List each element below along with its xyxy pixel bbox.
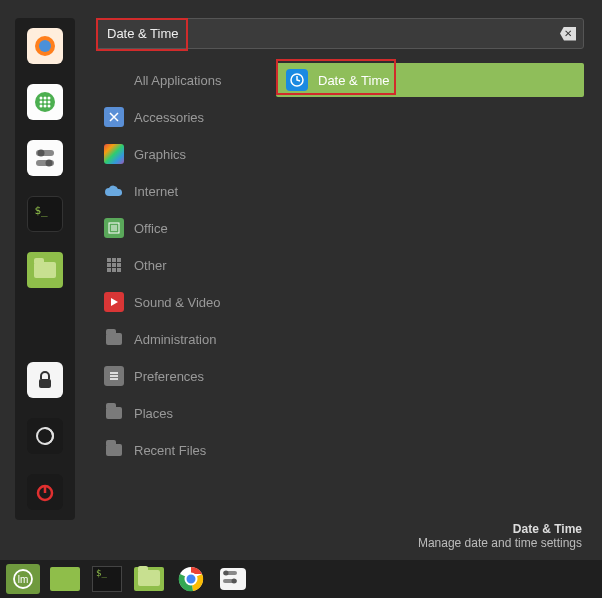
result-label: Date & Time bbox=[318, 73, 390, 88]
taskbar-chrome[interactable] bbox=[174, 564, 208, 594]
search-input[interactable] bbox=[96, 18, 584, 49]
svg-rect-26 bbox=[117, 258, 121, 262]
chrome-icon bbox=[178, 566, 204, 592]
cat-places[interactable]: Places bbox=[96, 396, 266, 430]
taskbar-files[interactable] bbox=[132, 564, 166, 594]
svg-point-1 bbox=[39, 40, 51, 52]
cat-internet[interactable]: Internet bbox=[96, 174, 266, 208]
svg-point-8 bbox=[48, 101, 51, 104]
cloud-icon bbox=[104, 181, 124, 201]
svg-point-4 bbox=[44, 97, 47, 100]
svg-point-7 bbox=[44, 101, 47, 104]
svg-marker-33 bbox=[111, 298, 118, 306]
logout-icon bbox=[35, 426, 55, 446]
svg-point-3 bbox=[40, 97, 43, 100]
svg-rect-28 bbox=[112, 263, 116, 267]
svg-point-6 bbox=[40, 101, 43, 104]
fav-terminal[interactable]: $_ bbox=[27, 196, 63, 232]
desc-title: Date & Time bbox=[96, 522, 582, 536]
fav-firefox[interactable] bbox=[27, 28, 63, 64]
taskbar-show-desktop[interactable] bbox=[48, 564, 82, 594]
search-container: ✕ bbox=[96, 18, 584, 49]
grid-icon bbox=[104, 255, 124, 275]
cat-label: Preferences bbox=[134, 369, 204, 384]
svg-point-5 bbox=[48, 97, 51, 100]
svg-point-9 bbox=[40, 105, 43, 108]
svg-point-10 bbox=[44, 105, 47, 108]
folder-icon bbox=[134, 567, 164, 591]
svg-rect-27 bbox=[107, 263, 111, 267]
svg-point-46 bbox=[232, 579, 237, 584]
fav-lock-screen[interactable] bbox=[27, 362, 63, 398]
svg-point-15 bbox=[46, 160, 53, 167]
svg-point-13 bbox=[38, 150, 45, 157]
cat-label: All Applications bbox=[134, 73, 221, 88]
preferences-icon bbox=[104, 366, 124, 386]
cat-accessories[interactable]: Accessories bbox=[96, 100, 266, 134]
cat-all-applications[interactable]: All Applications bbox=[96, 63, 266, 97]
fav-apps[interactable] bbox=[27, 84, 63, 120]
cat-label: Sound & Video bbox=[134, 295, 221, 310]
category-list: All Applications Accessories Graphics bbox=[96, 63, 266, 516]
terminal-icon: $_ bbox=[92, 566, 122, 592]
results-list: Date & Time bbox=[276, 63, 584, 516]
cat-label: Other bbox=[134, 258, 167, 273]
app-description: Date & Time Manage date and time setting… bbox=[96, 516, 584, 550]
svg-rect-24 bbox=[107, 258, 111, 262]
result-date-time[interactable]: Date & Time bbox=[276, 63, 584, 97]
svg-rect-29 bbox=[117, 263, 121, 267]
backspace-icon: ✕ bbox=[564, 28, 572, 39]
cat-preferences[interactable]: Preferences bbox=[96, 359, 266, 393]
play-icon bbox=[104, 292, 124, 312]
taskbar-terminal[interactable]: $_ bbox=[90, 564, 124, 594]
cat-label: Recent Files bbox=[134, 443, 206, 458]
cat-sound-video[interactable]: Sound & Video bbox=[96, 285, 266, 319]
cat-other[interactable]: Other bbox=[96, 248, 266, 282]
folder-icon bbox=[104, 403, 124, 423]
start-menu-button[interactable]: lm bbox=[6, 564, 40, 594]
power-icon bbox=[35, 482, 55, 502]
settings-toggle-icon bbox=[220, 568, 246, 590]
cat-label: Graphics bbox=[134, 147, 186, 162]
firefox-icon bbox=[33, 34, 57, 58]
folder-icon bbox=[34, 262, 56, 278]
taskbar: lm $_ bbox=[0, 560, 602, 598]
svg-point-44 bbox=[224, 571, 229, 576]
fav-files[interactable] bbox=[27, 252, 63, 288]
fav-logout[interactable] bbox=[27, 418, 63, 454]
svg-rect-16 bbox=[39, 379, 51, 388]
cat-label: Administration bbox=[134, 332, 216, 347]
svg-point-11 bbox=[48, 105, 51, 108]
svg-rect-30 bbox=[107, 268, 111, 272]
taskbar-system-settings[interactable] bbox=[216, 564, 250, 594]
cat-office[interactable]: Office bbox=[96, 211, 266, 245]
desktop-icon bbox=[50, 567, 80, 591]
cat-label: Office bbox=[134, 221, 168, 236]
folder-icon bbox=[104, 329, 124, 349]
fav-system-settings[interactable] bbox=[27, 140, 63, 176]
mint-logo-icon: lm bbox=[13, 569, 33, 589]
cat-label: Internet bbox=[134, 184, 178, 199]
fav-shutdown[interactable] bbox=[27, 474, 63, 510]
apps-grid-icon bbox=[34, 91, 56, 113]
svg-rect-32 bbox=[117, 268, 121, 272]
svg-rect-31 bbox=[112, 268, 116, 272]
settings-toggle-icon bbox=[34, 147, 56, 169]
folder-icon bbox=[104, 440, 124, 460]
rainbow-icon bbox=[104, 144, 124, 164]
scissors-icon bbox=[104, 107, 124, 127]
svg-rect-25 bbox=[112, 258, 116, 262]
cat-label: Accessories bbox=[134, 110, 204, 125]
lock-icon bbox=[36, 371, 54, 389]
terminal-icon: $_ bbox=[34, 204, 47, 217]
desc-subtitle: Manage date and time settings bbox=[96, 536, 582, 550]
blank-icon bbox=[104, 70, 124, 90]
favorites-sidebar: $_ bbox=[0, 0, 90, 560]
clock-icon bbox=[286, 69, 308, 91]
svg-text:lm: lm bbox=[18, 574, 29, 585]
cat-graphics[interactable]: Graphics bbox=[96, 137, 266, 171]
cat-recent-files[interactable]: Recent Files bbox=[96, 433, 266, 467]
cat-label: Places bbox=[134, 406, 173, 421]
office-icon bbox=[104, 218, 124, 238]
cat-administration[interactable]: Administration bbox=[96, 322, 266, 356]
